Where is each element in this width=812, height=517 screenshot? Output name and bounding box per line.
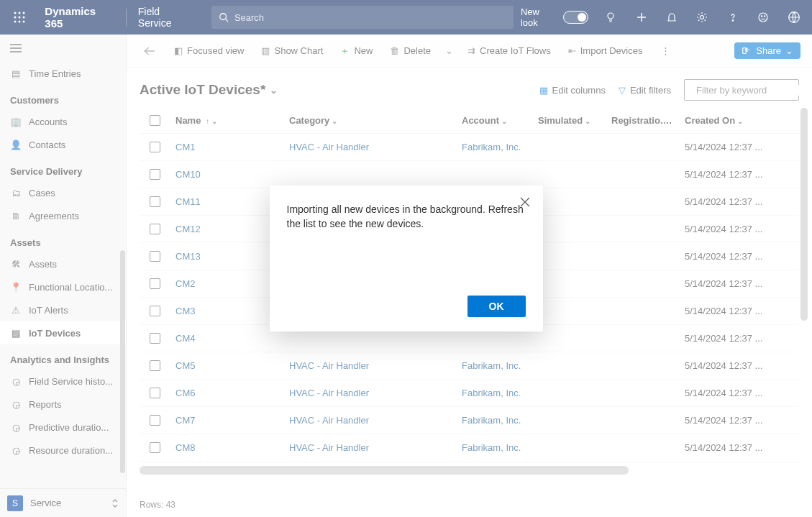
modal-overlay: Importing all new devices in the backgro… xyxy=(0,0,812,517)
dialog-message: Importing all new devices in the backgro… xyxy=(287,203,526,231)
ok-button[interactable]: OK xyxy=(467,296,526,317)
import-dialog: Importing all new devices in the backgro… xyxy=(270,186,543,331)
close-button[interactable] xyxy=(520,197,530,207)
